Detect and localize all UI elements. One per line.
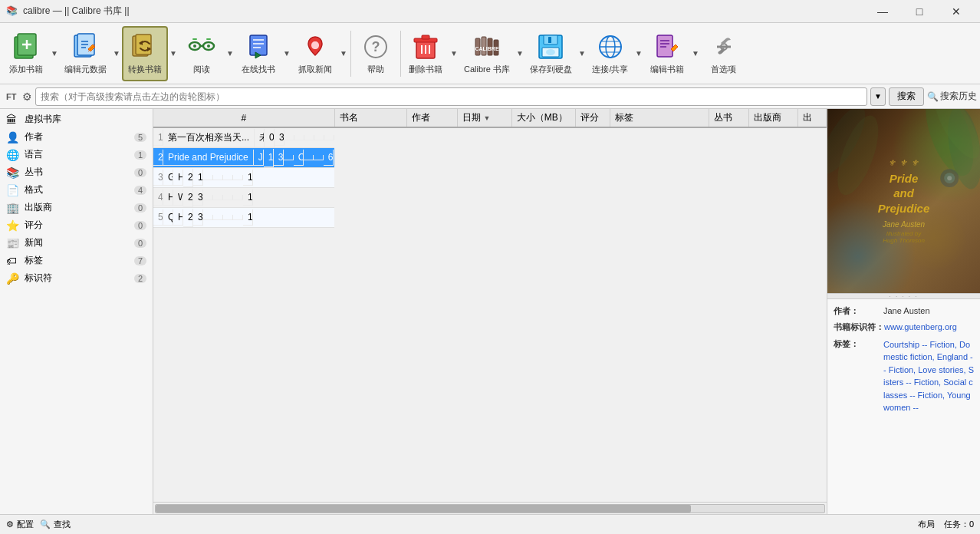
book-size: 1.4 bbox=[193, 170, 203, 186]
sidebar-item-identifiers[interactable]: 🔑 标识符 2 bbox=[0, 269, 153, 287]
table-container[interactable]: # 书名 作者 日期 ▼ 大小（MB） 评分 标签 丛书 出版商 出 bbox=[153, 109, 827, 502]
book-rating bbox=[284, 135, 294, 140]
col-header-author[interactable]: 作者 bbox=[406, 109, 457, 127]
toolbar-prefs[interactable]: 首选项 bbox=[701, 26, 747, 81]
help-label: 帮助 bbox=[367, 64, 384, 75]
col-header-num[interactable]: # bbox=[153, 109, 334, 127]
toolbar-save[interactable]: 保存到硬盘 bbox=[525, 26, 577, 81]
book-extra: 10/ bbox=[243, 209, 253, 226]
tasks-label: 任务：0 bbox=[944, 519, 974, 530]
book-size: 3.5 bbox=[193, 190, 203, 206]
search-button[interactable]: 搜索 bbox=[889, 87, 924, 106]
config-button[interactable]: ⚙ 配置 bbox=[6, 519, 34, 530]
toolbar-delete[interactable]: 删除书籍 bbox=[403, 26, 449, 81]
sidebar-formats-label: 格式 bbox=[25, 183, 134, 196]
series-count: 0 bbox=[134, 168, 146, 177]
cover-title: PrideandPrejudice bbox=[878, 171, 930, 216]
toolbar-add-book[interactable]: 添加书籍 bbox=[3, 26, 49, 81]
settings-icon[interactable]: ⚙ bbox=[22, 91, 32, 103]
table-row[interactable]: 4 History of the wa... William Franc... … bbox=[153, 188, 334, 208]
config-icon: ⚙ bbox=[6, 519, 14, 529]
toolbar-online[interactable]: 在线找书 bbox=[235, 26, 281, 81]
sidebar-item-formats[interactable]: 📄 格式 4 bbox=[0, 181, 153, 199]
connect-arrow[interactable]: ▼ bbox=[633, 26, 644, 81]
table-row[interactable]: 1 第一百次相亲当天... 未知 09 2月 2023 3.8 bbox=[153, 128, 334, 148]
col-header-series[interactable]: 丛书 bbox=[709, 109, 749, 127]
delete-arrow[interactable]: ▼ bbox=[449, 26, 459, 81]
col-header-rating[interactable]: 评分 bbox=[575, 109, 610, 127]
sidebar-item-languages[interactable]: 🌐 语言 1 bbox=[0, 146, 153, 163]
read-arrow[interactable]: ▼ bbox=[225, 26, 235, 81]
book-size: 3.8 bbox=[275, 130, 284, 146]
detail-author-row: 作者： Jane Austen bbox=[834, 305, 974, 317]
calibre-lib-arrow[interactable]: ▼ bbox=[515, 26, 525, 81]
toolbar-calibre-lib[interactable]: CALIBRE Calibre 书库 bbox=[459, 26, 515, 81]
cover-illustrator: Illustrated byHugh Thomson bbox=[878, 230, 930, 244]
book-publisher bbox=[314, 155, 324, 160]
news-arrow[interactable]: ▼ bbox=[338, 26, 349, 81]
maximize-button[interactable]: □ bbox=[902, 0, 937, 23]
formats-icon: 📄 bbox=[6, 184, 20, 196]
detail-identifier-row: 书籍标识符： www.gutenberg.org bbox=[834, 321, 974, 333]
minimize-button[interactable]: — bbox=[865, 0, 900, 23]
toolbar-convert[interactable]: 转换书籍 bbox=[122, 26, 168, 81]
hscroll-thumb[interactable] bbox=[156, 505, 691, 513]
toolbar-news[interactable]: 抓取新闻 bbox=[292, 26, 338, 81]
toolbar-connect[interactable]: 连接/共享 bbox=[587, 26, 633, 81]
sidebar-item-news[interactable]: 📰 新闻 0 bbox=[0, 234, 153, 252]
toolbar-edit-book[interactable]: 编辑书籍 bbox=[644, 26, 690, 81]
sidebar-item-virtual-lib[interactable]: 🏛 虚拟书库 bbox=[0, 110, 153, 128]
book-cover-text: ⚜ ⚜ ⚜ PrideandPrejudice Jane Austen Illu… bbox=[872, 152, 936, 251]
find-button[interactable]: 🔍 查找 bbox=[40, 519, 71, 530]
sidebar: 🏛 虚拟书库 👤 作者 5 🌐 语言 1 📚 丛书 0 📄 格式 4 🏢 出版商… bbox=[0, 109, 153, 514]
book-publisher bbox=[314, 135, 324, 140]
toolbar-help[interactable]: ? 帮助 bbox=[353, 26, 399, 81]
search-history-label: 搜索历史 bbox=[940, 90, 977, 103]
sidebar-series-label: 丛书 bbox=[25, 166, 134, 179]
hscroll-track[interactable] bbox=[155, 504, 825, 513]
book-rating bbox=[284, 155, 294, 160]
online-icon bbox=[243, 31, 274, 62]
tags-detail-value: Courtship -- Fiction, Domestic fiction, … bbox=[883, 338, 974, 414]
search-dropdown[interactable]: ▼ bbox=[870, 87, 886, 106]
col-header-tags[interactable]: 标签 bbox=[610, 109, 709, 127]
authors-icon: 👤 bbox=[6, 131, 20, 143]
table-row[interactable]: 3 Greuze Harold Armit... 25 10月 2022 1.4… bbox=[153, 168, 334, 188]
search-history-button[interactable]: 🔍 搜索历史 bbox=[927, 90, 977, 103]
sidebar-item-authors[interactable]: 👤 作者 5 bbox=[0, 128, 153, 146]
col-header-extra[interactable]: 出 bbox=[797, 109, 826, 127]
col-header-date[interactable]: 日期 ▼ bbox=[458, 109, 512, 127]
sidebar-item-publishers[interactable]: 🏢 出版商 0 bbox=[0, 199, 153, 216]
search-input[interactable] bbox=[35, 87, 867, 106]
book-date: 09 2月 2023 bbox=[265, 129, 275, 147]
book-rating bbox=[203, 195, 213, 200]
book-extra: 10/ bbox=[243, 170, 253, 186]
book-author: Jane Austen bbox=[254, 150, 264, 166]
edit-book-arrow[interactable]: ▼ bbox=[690, 26, 701, 81]
online-arrow[interactable]: ▼ bbox=[281, 26, 292, 81]
sidebar-languages-label: 语言 bbox=[25, 148, 134, 161]
horizontal-scrollbar[interactable] bbox=[153, 502, 827, 514]
col-header-size[interactable]: 大小（MB） bbox=[511, 109, 575, 127]
panel-drag-handle[interactable]: · · · · · bbox=[827, 293, 980, 299]
ratings-count: 0 bbox=[134, 221, 146, 230]
col-header-publisher[interactable]: 出版商 bbox=[749, 109, 797, 127]
tags-icon: 🏷 bbox=[6, 255, 20, 267]
convert-arrow[interactable]: ▼ bbox=[168, 26, 179, 81]
svg-rect-21 bbox=[250, 35, 267, 55]
statusbar-right: 布局 任务：0 bbox=[918, 519, 974, 530]
edit-meta-arrow[interactable]: ▼ bbox=[111, 26, 122, 81]
save-arrow[interactable]: ▼ bbox=[577, 26, 587, 81]
col-header-title[interactable]: 书名 bbox=[334, 109, 406, 127]
table-row[interactable]: 2 Pride and Prejudice Jane Austen 19 12月… bbox=[153, 148, 334, 168]
book-tags bbox=[213, 215, 223, 220]
sidebar-item-tags[interactable]: 🏷 标签 7 bbox=[0, 252, 153, 269]
toolbar-read[interactable]: 阅读 bbox=[179, 26, 225, 81]
layout-label[interactable]: 布局 bbox=[918, 519, 935, 530]
table-row[interactable]: 5 Queer little people Harriet Beec... 25… bbox=[153, 208, 334, 228]
close-button[interactable]: ✕ bbox=[939, 0, 974, 23]
sidebar-item-series[interactable]: 📚 丛书 0 bbox=[0, 163, 153, 181]
toolbar-edit-meta[interactable]: 编辑元数据 bbox=[60, 26, 111, 81]
sidebar-item-ratings[interactable]: ⭐ 评分 0 bbox=[0, 216, 153, 234]
add-book-arrow[interactable]: ▼ bbox=[49, 26, 60, 81]
